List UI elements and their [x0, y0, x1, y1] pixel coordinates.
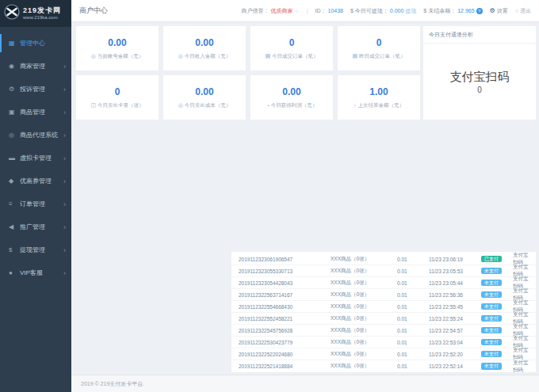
sidebar-item-coupons[interactable]: ◆ 优惠券管理 ›	[0, 169, 71, 192]
order-time: 11/23 22:55:24	[429, 316, 481, 322]
stat-card-last-settlement: 1.00 ↑ 上次结算金额（元）	[338, 75, 420, 120]
withdraw-label: $ 今日可提现：	[350, 7, 388, 15]
sidebar-item-orders[interactable]: ≡ 订单管理 ›	[0, 192, 71, 215]
stat-label: 今日卖出成本（元）	[185, 102, 231, 109]
product-name: XXX商品（0张）	[331, 351, 397, 358]
logout-button[interactable]: ○ 退出	[515, 7, 531, 15]
status-badge: 未支付	[481, 303, 502, 310]
table-row: 2019112323061906547 XXX商品（0张） 0.01 11/23…	[231, 253, 536, 265]
order-number: 2019112322552458221	[239, 316, 331, 322]
card-icon: ▬	[9, 154, 20, 162]
stat-value: 0	[377, 37, 382, 48]
withdraw-link[interactable]: 提现	[405, 7, 416, 15]
stat-card-today-orders: 0 ▤ 今日成交订单（笔）	[250, 26, 333, 70]
order-number: 2019112323054428043	[239, 280, 331, 286]
stat-label: 上次结算金额（元）	[358, 102, 405, 109]
power-icon: ○	[515, 8, 518, 13]
order-time: 11/23 23:05:53	[429, 268, 481, 274]
sidebar-item-label: 管理中心	[20, 39, 66, 48]
cost-icon: ◎	[178, 102, 183, 108]
sidebar-item-complaints[interactable]: ⚙ 投诉管理 ›	[0, 78, 71, 101]
stat-card-yesterday-orders: 0 ▤ 昨日成交订单（笔）	[338, 26, 420, 70]
id-label: ID：	[315, 7, 326, 15]
sidebar-item-label: 优惠券管理	[20, 177, 63, 185]
order-number: 2019112323061906547	[239, 257, 331, 262]
chevron-right-icon: ›	[63, 269, 66, 277]
page-title: 商户中心	[79, 6, 108, 16]
dashboard-icon: ▦	[9, 40, 20, 47]
chevron-right-icon: ›	[63, 131, 66, 139]
merchant-icon: ◉	[9, 63, 20, 70]
withdrawable-today: $ 今日可提现： 0.000 提现	[350, 7, 416, 15]
status-badge: 未支付	[481, 291, 502, 299]
sidebar-item-vip-service[interactable]: ● VIP客服 ›	[0, 261, 71, 284]
chevron-right-icon: ›	[63, 63, 66, 70]
sidebar-item-label: 虚拟卡管理	[20, 154, 63, 162]
product-name: XXX商品（0张）	[331, 363, 397, 370]
order-amount: 0.01	[397, 328, 429, 333]
order-list-icon: ≡	[9, 200, 20, 207]
payment-channel-panel: 今日支付通道分析 支付宝扫码 0	[423, 26, 536, 120]
order-amount: 0.01	[397, 280, 429, 286]
status-badge: 未支付	[481, 315, 502, 322]
status-badge: 未支付	[481, 351, 502, 358]
stat-value: 0.00	[108, 37, 126, 48]
sidebar-nav: ▦ 管理中心 ◉ 商家管理 › ⚙ 投诉管理 › ▣ 商品管理 › ◎ 商品代理…	[0, 27, 71, 284]
agent-icon: ◎	[9, 131, 20, 139]
chevron-right-icon: ›	[63, 200, 66, 208]
order-amount: 0.01	[397, 304, 429, 310]
settings-label: 设置	[497, 7, 508, 15]
table-row: 2019112322530423779 XXX商品（0张） 0.01 11/23…	[231, 337, 536, 348]
product-name: XXX商品（0张）	[331, 268, 397, 275]
sidebar-item-products[interactable]: ▣ 商品管理 ›	[0, 101, 71, 124]
order-time: 11/23 22:56:36	[429, 292, 481, 298]
sidebar-item-withdrawals[interactable]: $ 提现管理 ›	[0, 238, 71, 261]
reputation-badge-icon: ☆	[294, 8, 299, 14]
table-row: 2019112323055330713 XXX商品（0张） 0.01 11/23…	[231, 265, 536, 277]
sidebar-item-merchants[interactable]: ◉ 商家管理 ›	[0, 55, 71, 78]
sidebar-item-product-agent[interactable]: ◎ 商品代理系统 ›	[0, 124, 71, 147]
order-amount: 0.01	[397, 292, 429, 298]
merchant-reputation: 商户信誉： 优质商家 ☆	[241, 7, 299, 15]
product-icon: ▣	[9, 108, 20, 116]
orders-today-icon: ▤	[265, 53, 270, 59]
coupon-icon: ◆	[9, 177, 20, 185]
settlement-icon: ↑	[354, 103, 357, 108]
settings-button[interactable]: ⚙ 设置	[490, 7, 508, 15]
stat-card-today-cost: 0.00 ◎ 今日卖出成本（元）	[163, 75, 246, 120]
sidebar-item-virtual-cards[interactable]: ▬ 虚拟卡管理 ›	[0, 147, 71, 169]
product-name: XXX商品（0张）	[331, 256, 397, 263]
info-icon[interactable]: ?	[476, 8, 483, 14]
sidebar-item-dashboard[interactable]: ▦ 管理中心	[0, 32, 71, 55]
order-time: 11/23 23:05:44	[429, 280, 481, 286]
main-content: 0.00 ◎ 当前账号金额（元） 0.00 ◎ 今日收入金额（元） 0 ▤ 今日…	[71, 22, 539, 392]
product-name: XXX商品（0张）	[331, 315, 397, 322]
complaint-icon: ⚙	[9, 86, 20, 93]
table-row: 2019112322522024680 XXX商品（0张） 0.01 11/23…	[231, 348, 536, 360]
status-badge: 未支付	[481, 363, 502, 370]
stat-label: 今日成交订单（笔）	[272, 53, 319, 60]
product-name: XXX商品（0张）	[331, 339, 397, 346]
stat-value: 0.00	[195, 86, 213, 97]
order-number: 2019112322522024680	[239, 352, 331, 357]
stat-label: 昨日成交订单（笔）	[359, 53, 406, 60]
footer: 2019 © 219支付发卡平台.	[71, 375, 539, 392]
stats-grid: 0.00 ◎ 当前账号金额（元） 0.00 ◎ 今日收入金额（元） 0 ▤ 今日…	[76, 26, 420, 124]
order-time: 11/23 23:06:19	[429, 257, 481, 262]
table-row: 2019112322545756928 XXX商品（0张） 0.01 11/23…	[231, 325, 536, 337]
product-name: XXX商品（0张）	[331, 327, 397, 334]
sidebar-item-label: 商品代理系统	[20, 131, 63, 139]
sidebar-item-promotion[interactable]: ◀ 推广管理 ›	[0, 215, 71, 238]
id-value: 10438	[327, 8, 342, 13]
merchant-id: ID： 10438	[315, 7, 342, 15]
stat-value: 0	[289, 37, 295, 48]
logo[interactable]: 219发卡网 www.219ka.com	[0, 0, 71, 27]
order-amount: 0.01	[397, 363, 429, 369]
payment-channel-link[interactable]: 支付宝扫码	[513, 360, 529, 374]
bell-icon: ●	[9, 269, 20, 276]
stat-card-cards-sold: 0 ◫ 今日卖出卡量（张）	[76, 75, 159, 120]
order-number: 2019112323055330713	[239, 268, 331, 274]
product-name: XXX商品（0张）	[331, 303, 397, 310]
stat-card-today-income: 0.00 ◎ 今日收入金额（元）	[163, 26, 246, 70]
order-amount: 0.01	[397, 340, 429, 345]
